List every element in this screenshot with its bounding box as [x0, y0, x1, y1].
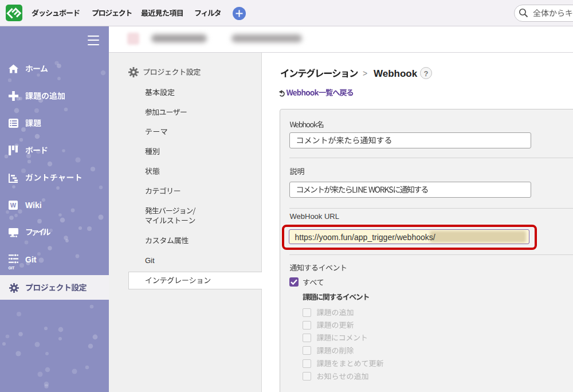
svg-text:W: W	[10, 202, 17, 209]
